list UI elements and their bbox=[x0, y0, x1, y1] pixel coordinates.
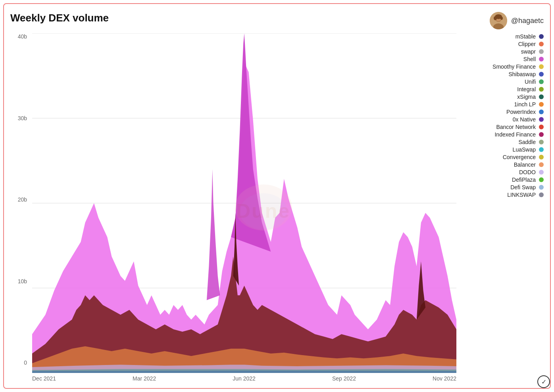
legend-item: Balancer bbox=[460, 161, 544, 168]
legend-dot bbox=[539, 170, 544, 175]
legend-label: Clipper bbox=[518, 41, 536, 47]
x-label-jun2022: Jun 2022 bbox=[233, 375, 256, 382]
legend-item: swapr bbox=[460, 48, 544, 55]
legend-dot bbox=[539, 49, 544, 54]
legend-item: Indexed Finance bbox=[460, 131, 544, 138]
svg-point-5 bbox=[494, 16, 497, 20]
legend-label: 1inch LP bbox=[514, 101, 536, 108]
legend-item: Smoothy Finance bbox=[460, 63, 544, 70]
chart-svg-container: Dune bbox=[32, 33, 456, 373]
legend-dot bbox=[539, 125, 544, 129]
legend-item: Unifi bbox=[460, 79, 544, 85]
legend-dot bbox=[539, 34, 544, 39]
legend-dot bbox=[539, 162, 544, 167]
legend-dot bbox=[539, 64, 544, 69]
user-info: @hagaetc bbox=[490, 12, 544, 29]
legend-label: Integral bbox=[517, 86, 536, 92]
legend-label: Unifi bbox=[525, 79, 536, 85]
x-label-mar2022: Mar 2022 bbox=[133, 375, 156, 382]
legend-item: DefiPlaza bbox=[460, 177, 544, 183]
legend-label: DefiPlaza bbox=[512, 177, 536, 183]
chart-svg bbox=[32, 33, 456, 373]
legend-item: DODO bbox=[460, 169, 544, 175]
legend-label: Smoothy Finance bbox=[492, 63, 536, 70]
legend-item: Clipper bbox=[460, 41, 544, 47]
legend-label: swapr bbox=[521, 48, 536, 55]
legend-dot bbox=[539, 72, 544, 77]
avatar bbox=[490, 12, 507, 29]
legend-item: Saddle bbox=[460, 139, 544, 145]
legend-item: LuaSwap bbox=[460, 146, 544, 153]
y-axis: 40b 30b 20b 10b 0 bbox=[10, 33, 30, 366]
legend: mStable Clipper swapr Shell Smoothy Fina… bbox=[456, 33, 544, 367]
y-label-0: 0 bbox=[24, 359, 27, 366]
chart-area: 40b 30b 20b 10b 0 Dune bbox=[10, 33, 456, 382]
legend-item: Convergence bbox=[460, 154, 544, 160]
y-label-30b: 30b bbox=[18, 115, 27, 121]
legend-label: 0x Native bbox=[513, 116, 536, 123]
legend-item: 0x Native bbox=[460, 116, 544, 123]
x-axis: Dec 2021 Mar 2022 Jun 2022 Sep 2022 Nov … bbox=[32, 373, 456, 382]
legend-dot bbox=[539, 79, 544, 84]
legend-item: Integral bbox=[460, 86, 544, 92]
legend-dot bbox=[539, 87, 544, 92]
legend-dot bbox=[539, 155, 544, 159]
legend-label: DODO bbox=[519, 169, 536, 175]
page-title: Weekly DEX volume bbox=[10, 12, 109, 24]
legend-label: Balancer bbox=[514, 161, 536, 168]
legend-item: PowerIndex bbox=[460, 109, 544, 115]
legend-label: Shibaswap bbox=[509, 71, 536, 77]
legend-dot bbox=[539, 102, 544, 107]
username-label: @hagaetc bbox=[511, 17, 544, 25]
legend-dot bbox=[539, 117, 544, 122]
legend-label: Shell bbox=[523, 56, 536, 62]
legend-label: LINKSWAP bbox=[507, 192, 536, 198]
legend-dot bbox=[539, 57, 544, 61]
legend-dot bbox=[539, 177, 544, 182]
legend-dot bbox=[539, 132, 544, 137]
header: Weekly DEX volume @hagaetc bbox=[10, 12, 544, 29]
legend-label: Defi Swap bbox=[510, 184, 536, 190]
legend-label: mStable bbox=[516, 33, 536, 40]
legend-label: Bancor Network bbox=[496, 124, 536, 130]
legend-dot bbox=[539, 110, 544, 114]
legend-dot bbox=[539, 185, 544, 190]
legend-item: xSigma bbox=[460, 94, 544, 100]
legend-dot bbox=[539, 94, 544, 99]
check-badge: ✓ bbox=[537, 375, 550, 388]
y-label-20b: 20b bbox=[18, 196, 27, 203]
legend-item: Bancor Network bbox=[460, 124, 544, 130]
legend-dot bbox=[539, 192, 544, 197]
legend-item: mStable bbox=[460, 33, 544, 40]
legend-label: Indexed Finance bbox=[494, 131, 536, 138]
content-area: 40b 30b 20b 10b 0 Dune bbox=[10, 33, 544, 382]
x-label-dec2021: Dec 2021 bbox=[32, 375, 56, 382]
chart-with-xaxis: Dune bbox=[32, 33, 456, 382]
x-label-nov2022: Nov 2022 bbox=[433, 375, 456, 382]
legend-item: Shibaswap bbox=[460, 71, 544, 77]
legend-label: LuaSwap bbox=[513, 146, 536, 153]
legend-label: Convergence bbox=[503, 154, 536, 160]
legend-dot bbox=[539, 140, 544, 144]
y-label-10b: 10b bbox=[18, 278, 27, 284]
y-label-40b: 40b bbox=[18, 33, 27, 40]
legend-label: xSigma bbox=[517, 94, 536, 100]
legend-item: Shell bbox=[460, 56, 544, 62]
svg-point-6 bbox=[500, 17, 503, 20]
x-label-sep2022: Sep 2022 bbox=[332, 375, 356, 382]
legend-label: Saddle bbox=[518, 139, 536, 145]
legend-dot bbox=[539, 147, 544, 152]
legend-item: Defi Swap bbox=[460, 184, 544, 190]
legend-item: 1inch LP bbox=[460, 101, 544, 108]
main-container: Weekly DEX volume @hagaetc 4 bbox=[3, 3, 551, 389]
legend-label: PowerIndex bbox=[506, 109, 536, 115]
legend-dot bbox=[539, 42, 544, 46]
legend-item: LINKSWAP bbox=[460, 192, 544, 198]
